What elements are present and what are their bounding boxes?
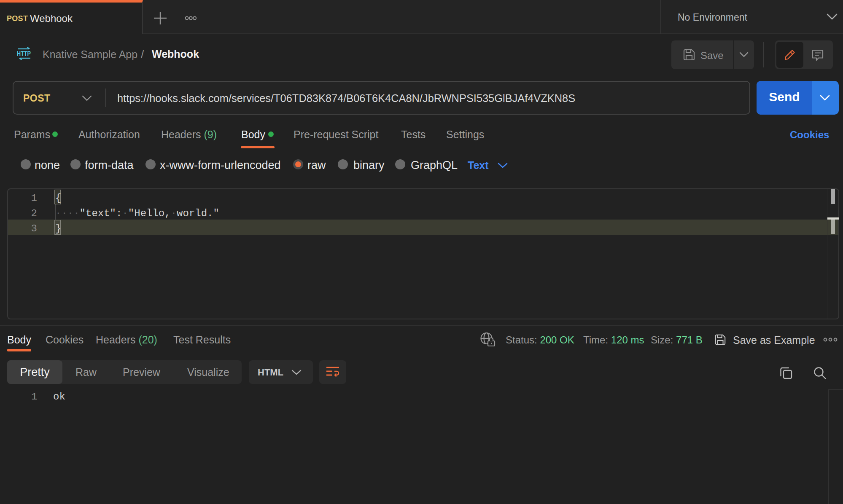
- svg-text:HTTP: HTTP: [17, 50, 31, 57]
